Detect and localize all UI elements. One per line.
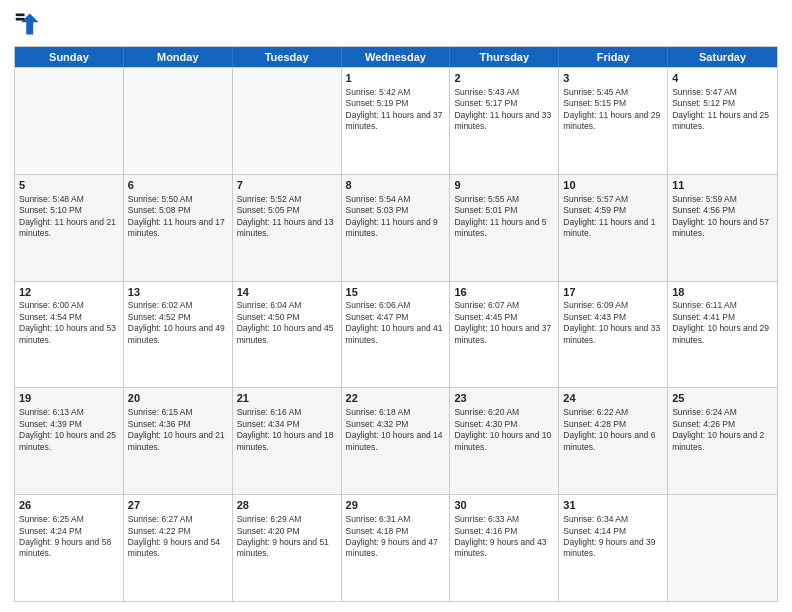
day-number: 10 xyxy=(563,178,663,193)
day-info: Sunrise: 5:59 AMSunset: 4:56 PMDaylight:… xyxy=(672,194,769,238)
day-number: 8 xyxy=(346,178,446,193)
day-info: Sunrise: 6:20 AMSunset: 4:30 PMDaylight:… xyxy=(454,407,551,451)
header-cell-friday: Friday xyxy=(559,47,668,67)
cal-cell-day-2: 2Sunrise: 5:43 AMSunset: 5:17 PMDaylight… xyxy=(450,68,559,174)
day-info: Sunrise: 6:00 AMSunset: 4:54 PMDaylight:… xyxy=(19,300,116,344)
day-number: 19 xyxy=(19,391,119,406)
cal-cell-day-25: 25Sunrise: 6:24 AMSunset: 4:26 PMDayligh… xyxy=(668,388,777,494)
cal-cell-day-31: 31Sunrise: 6:34 AMSunset: 4:14 PMDayligh… xyxy=(559,495,668,601)
day-number: 22 xyxy=(346,391,446,406)
cal-cell-day-4: 4Sunrise: 5:47 AMSunset: 5:12 PMDaylight… xyxy=(668,68,777,174)
page: SundayMondayTuesdayWednesdayThursdayFrid… xyxy=(0,0,792,612)
header-cell-sunday: Sunday xyxy=(15,47,124,67)
cal-cell-day-11: 11Sunrise: 5:59 AMSunset: 4:56 PMDayligh… xyxy=(668,175,777,281)
day-info: Sunrise: 5:52 AMSunset: 5:05 PMDaylight:… xyxy=(237,194,334,238)
cal-cell-day-12: 12Sunrise: 6:00 AMSunset: 4:54 PMDayligh… xyxy=(15,282,124,388)
day-info: Sunrise: 5:50 AMSunset: 5:08 PMDaylight:… xyxy=(128,194,225,238)
cal-cell-day-7: 7Sunrise: 5:52 AMSunset: 5:05 PMDaylight… xyxy=(233,175,342,281)
day-number: 26 xyxy=(19,498,119,513)
day-number: 5 xyxy=(19,178,119,193)
cal-cell-day-23: 23Sunrise: 6:20 AMSunset: 4:30 PMDayligh… xyxy=(450,388,559,494)
day-info: Sunrise: 5:43 AMSunset: 5:17 PMDaylight:… xyxy=(454,87,551,131)
day-number: 24 xyxy=(563,391,663,406)
day-info: Sunrise: 5:42 AMSunset: 5:19 PMDaylight:… xyxy=(346,87,443,131)
cal-cell-day-10: 10Sunrise: 5:57 AMSunset: 4:59 PMDayligh… xyxy=(559,175,668,281)
cal-cell-day-24: 24Sunrise: 6:22 AMSunset: 4:28 PMDayligh… xyxy=(559,388,668,494)
day-number: 6 xyxy=(128,178,228,193)
cal-cell-day-21: 21Sunrise: 6:16 AMSunset: 4:34 PMDayligh… xyxy=(233,388,342,494)
cal-cell-day-13: 13Sunrise: 6:02 AMSunset: 4:52 PMDayligh… xyxy=(124,282,233,388)
cal-cell-day-5: 5Sunrise: 5:48 AMSunset: 5:10 PMDaylight… xyxy=(15,175,124,281)
day-number: 1 xyxy=(346,71,446,86)
day-number: 13 xyxy=(128,285,228,300)
cal-cell-day-17: 17Sunrise: 6:09 AMSunset: 4:43 PMDayligh… xyxy=(559,282,668,388)
cal-cell-day-8: 8Sunrise: 5:54 AMSunset: 5:03 PMDaylight… xyxy=(342,175,451,281)
day-number: 18 xyxy=(672,285,773,300)
day-info: Sunrise: 6:33 AMSunset: 4:16 PMDaylight:… xyxy=(454,514,546,558)
day-number: 27 xyxy=(128,498,228,513)
day-number: 29 xyxy=(346,498,446,513)
cal-cell-day-26: 26Sunrise: 6:25 AMSunset: 4:24 PMDayligh… xyxy=(15,495,124,601)
cal-cell-day-27: 27Sunrise: 6:27 AMSunset: 4:22 PMDayligh… xyxy=(124,495,233,601)
cal-cell-day-28: 28Sunrise: 6:29 AMSunset: 4:20 PMDayligh… xyxy=(233,495,342,601)
day-info: Sunrise: 6:25 AMSunset: 4:24 PMDaylight:… xyxy=(19,514,111,558)
cal-cell-empty xyxy=(15,68,124,174)
header-cell-thursday: Thursday xyxy=(450,47,559,67)
cal-row-2: 12Sunrise: 6:00 AMSunset: 4:54 PMDayligh… xyxy=(15,281,777,388)
calendar: SundayMondayTuesdayWednesdayThursdayFrid… xyxy=(14,46,778,602)
day-info: Sunrise: 6:24 AMSunset: 4:26 PMDaylight:… xyxy=(672,407,764,451)
day-number: 21 xyxy=(237,391,337,406)
cal-cell-day-18: 18Sunrise: 6:11 AMSunset: 4:41 PMDayligh… xyxy=(668,282,777,388)
day-info: Sunrise: 5:47 AMSunset: 5:12 PMDaylight:… xyxy=(672,87,769,131)
day-info: Sunrise: 6:27 AMSunset: 4:22 PMDaylight:… xyxy=(128,514,220,558)
day-number: 7 xyxy=(237,178,337,193)
day-number: 28 xyxy=(237,498,337,513)
day-info: Sunrise: 6:16 AMSunset: 4:34 PMDaylight:… xyxy=(237,407,334,451)
cal-cell-day-19: 19Sunrise: 6:13 AMSunset: 4:39 PMDayligh… xyxy=(15,388,124,494)
cal-row-1: 5Sunrise: 5:48 AMSunset: 5:10 PMDaylight… xyxy=(15,174,777,281)
day-info: Sunrise: 6:09 AMSunset: 4:43 PMDaylight:… xyxy=(563,300,660,344)
cal-cell-day-6: 6Sunrise: 5:50 AMSunset: 5:08 PMDaylight… xyxy=(124,175,233,281)
day-info: Sunrise: 6:15 AMSunset: 4:36 PMDaylight:… xyxy=(128,407,225,451)
day-info: Sunrise: 6:31 AMSunset: 4:18 PMDaylight:… xyxy=(346,514,438,558)
cal-cell-empty xyxy=(668,495,777,601)
cal-row-3: 19Sunrise: 6:13 AMSunset: 4:39 PMDayligh… xyxy=(15,387,777,494)
day-number: 9 xyxy=(454,178,554,193)
day-info: Sunrise: 5:55 AMSunset: 5:01 PMDaylight:… xyxy=(454,194,546,238)
day-info: Sunrise: 6:29 AMSunset: 4:20 PMDaylight:… xyxy=(237,514,329,558)
day-info: Sunrise: 5:45 AMSunset: 5:15 PMDaylight:… xyxy=(563,87,660,131)
cal-row-4: 26Sunrise: 6:25 AMSunset: 4:24 PMDayligh… xyxy=(15,494,777,601)
svg-rect-3 xyxy=(16,18,25,21)
day-info: Sunrise: 6:04 AMSunset: 4:50 PMDaylight:… xyxy=(237,300,334,344)
day-number: 16 xyxy=(454,285,554,300)
day-number: 20 xyxy=(128,391,228,406)
cal-cell-empty xyxy=(124,68,233,174)
header-cell-saturday: Saturday xyxy=(668,47,777,67)
day-number: 14 xyxy=(237,285,337,300)
calendar-body: 1Sunrise: 5:42 AMSunset: 5:19 PMDaylight… xyxy=(15,67,777,601)
day-info: Sunrise: 6:18 AMSunset: 4:32 PMDaylight:… xyxy=(346,407,443,451)
day-info: Sunrise: 6:07 AMSunset: 4:45 PMDaylight:… xyxy=(454,300,551,344)
day-info: Sunrise: 6:11 AMSunset: 4:41 PMDaylight:… xyxy=(672,300,769,344)
day-number: 17 xyxy=(563,285,663,300)
calendar-header: SundayMondayTuesdayWednesdayThursdayFrid… xyxy=(15,47,777,67)
day-info: Sunrise: 5:48 AMSunset: 5:10 PMDaylight:… xyxy=(19,194,116,238)
day-info: Sunrise: 6:02 AMSunset: 4:52 PMDaylight:… xyxy=(128,300,225,344)
day-number: 2 xyxy=(454,71,554,86)
svg-rect-2 xyxy=(16,14,25,17)
day-number: 4 xyxy=(672,71,773,86)
day-info: Sunrise: 6:06 AMSunset: 4:47 PMDaylight:… xyxy=(346,300,443,344)
cal-cell-empty xyxy=(233,68,342,174)
header-cell-tuesday: Tuesday xyxy=(233,47,342,67)
day-number: 12 xyxy=(19,285,119,300)
day-number: 11 xyxy=(672,178,773,193)
day-number: 30 xyxy=(454,498,554,513)
cal-cell-day-9: 9Sunrise: 5:55 AMSunset: 5:01 PMDaylight… xyxy=(450,175,559,281)
logo xyxy=(14,10,46,38)
day-number: 31 xyxy=(563,498,663,513)
cal-cell-day-14: 14Sunrise: 6:04 AMSunset: 4:50 PMDayligh… xyxy=(233,282,342,388)
cal-row-0: 1Sunrise: 5:42 AMSunset: 5:19 PMDaylight… xyxy=(15,67,777,174)
day-number: 15 xyxy=(346,285,446,300)
day-info: Sunrise: 6:34 AMSunset: 4:14 PMDaylight:… xyxy=(563,514,655,558)
day-number: 3 xyxy=(563,71,663,86)
